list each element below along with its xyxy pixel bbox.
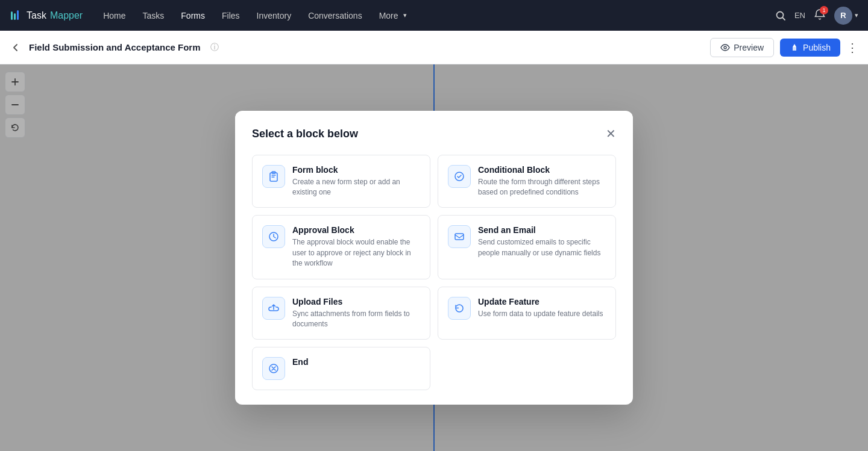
update-feature-text: Update Feature Use form data to update f… xyxy=(478,297,603,319)
approval-block-name: Approval Block xyxy=(292,225,420,235)
conditional-block-option[interactable]: Conditional Block Route the form through… xyxy=(438,155,616,208)
svg-rect-1 xyxy=(14,13,16,20)
block-options-grid: Form block Create a new form step or add… xyxy=(252,155,616,391)
select-block-modal: Select a block below ✕ Form block xyxy=(235,111,633,405)
chevron-down-icon: ▾ xyxy=(403,11,407,19)
conditional-block-name: Conditional Block xyxy=(478,165,606,175)
approval-block-desc: The approval block would enable the user… xyxy=(292,237,420,269)
update-feature-desc: Use form data to update feature details xyxy=(478,309,603,319)
nav-home[interactable]: Home xyxy=(97,0,131,31)
nav-inventory[interactable]: Inventory xyxy=(251,0,298,31)
refresh-icon xyxy=(453,302,465,314)
conditional-block-desc: Route the form through different steps b… xyxy=(478,177,606,198)
notifications-button[interactable]: 1 xyxy=(814,8,826,23)
nav-right-actions: EN 1 R ▾ xyxy=(775,7,858,25)
modal-title: Select a block below xyxy=(252,128,358,140)
nav-forms[interactable]: Forms xyxy=(175,0,211,31)
search-icon xyxy=(775,10,786,21)
logo-task-text: Task xyxy=(27,10,46,21)
info-icon[interactable]: ⓘ xyxy=(210,42,219,53)
form-actions: Preview Publish ⋮ xyxy=(710,38,858,57)
form-block-icon xyxy=(262,165,285,188)
modal-overlay: Select a block below ✕ Form block xyxy=(0,64,868,451)
approval-block-icon xyxy=(262,225,285,248)
end-block-text: End xyxy=(292,357,308,369)
upload-files-name: Upload Files xyxy=(292,297,420,306)
update-feature-icon xyxy=(448,297,471,320)
send-email-desc: Send customized emails to specific peopl… xyxy=(478,237,606,258)
nav-more[interactable]: More ▾ xyxy=(373,0,413,31)
form-canvas-area: Select a block below ✕ Form block xyxy=(0,64,868,451)
stop-icon xyxy=(268,362,280,375)
send-email-option[interactable]: Send an Email Send customized emails to … xyxy=(438,215,616,279)
user-avatar-menu[interactable]: R ▾ xyxy=(834,7,858,25)
back-arrow-icon xyxy=(10,42,22,54)
nav-conversations[interactable]: Conversations xyxy=(302,0,368,31)
modal-close-button[interactable]: ✕ xyxy=(606,128,616,140)
send-email-icon xyxy=(448,225,471,248)
publish-button[interactable]: Publish xyxy=(780,39,840,57)
back-button[interactable] xyxy=(10,42,22,54)
nav-tasks[interactable]: Tasks xyxy=(137,0,171,31)
app-logo[interactable]: TaskMapper xyxy=(10,9,83,22)
send-email-text: Send an Email Send customized emails to … xyxy=(478,225,606,258)
upload-files-option[interactable]: Upload Files Sync attachments from form … xyxy=(252,287,430,340)
upload-files-text: Upload Files Sync attachments from form … xyxy=(292,297,420,330)
svg-rect-2 xyxy=(17,10,19,20)
logo-mapper-text: Mapper xyxy=(50,10,83,21)
update-feature-name: Update Feature xyxy=(478,297,603,306)
email-icon xyxy=(453,231,465,243)
avatar-chevron-icon: ▾ xyxy=(855,11,858,19)
upload-files-icon xyxy=(262,297,285,320)
conditional-block-icon xyxy=(448,165,471,188)
send-email-name: Send an Email xyxy=(478,225,606,235)
modal-header: Select a block below ✕ xyxy=(252,128,616,140)
end-block-icon xyxy=(262,357,285,380)
upload-files-desc: Sync attachments from form fields to doc… xyxy=(292,309,420,330)
clipboard-icon xyxy=(268,170,280,182)
approval-block-text: Approval Block The approval block would … xyxy=(292,225,420,269)
publish-icon xyxy=(790,43,799,52)
top-navigation: TaskMapper Home Tasks Forms Files Invent… xyxy=(0,0,868,31)
end-block-name: End xyxy=(292,357,308,367)
form-block-text: Form block Create a new form step or add… xyxy=(292,165,420,198)
form-title: Field Submission and Acceptance Form xyxy=(29,42,201,52)
eye-icon xyxy=(720,43,730,52)
conditional-block-text: Conditional Block Route the form through… xyxy=(478,165,606,198)
preview-label: Preview xyxy=(734,43,764,52)
notification-count: 1 xyxy=(820,6,828,14)
form-block-name: Form block xyxy=(292,165,420,175)
svg-point-4 xyxy=(724,46,726,49)
upload-icon xyxy=(268,302,280,314)
end-block-option[interactable]: End xyxy=(252,347,430,390)
approval-block-option[interactable]: Approval Block The approval block would … xyxy=(252,215,430,279)
publish-label: Publish xyxy=(803,43,831,52)
more-options-button[interactable]: ⋮ xyxy=(846,40,858,55)
svg-point-3 xyxy=(776,11,783,18)
logo-icon xyxy=(10,9,23,22)
form-header-bar: Field Submission and Acceptance Form ⓘ P… xyxy=(0,31,868,64)
svg-rect-0 xyxy=(11,11,13,20)
condition-icon xyxy=(453,170,465,182)
nav-files[interactable]: Files xyxy=(216,0,246,31)
preview-button[interactable]: Preview xyxy=(710,38,774,57)
approval-icon xyxy=(268,231,280,243)
form-block-desc: Create a new form step or add an existin… xyxy=(292,177,420,198)
avatar: R xyxy=(834,7,852,25)
search-button[interactable] xyxy=(775,10,786,21)
form-block-option[interactable]: Form block Create a new form step or add… xyxy=(252,155,430,208)
update-feature-option[interactable]: Update Feature Use form data to update f… xyxy=(438,287,616,340)
svg-rect-9 xyxy=(455,234,464,240)
language-selector[interactable]: EN xyxy=(794,11,805,20)
